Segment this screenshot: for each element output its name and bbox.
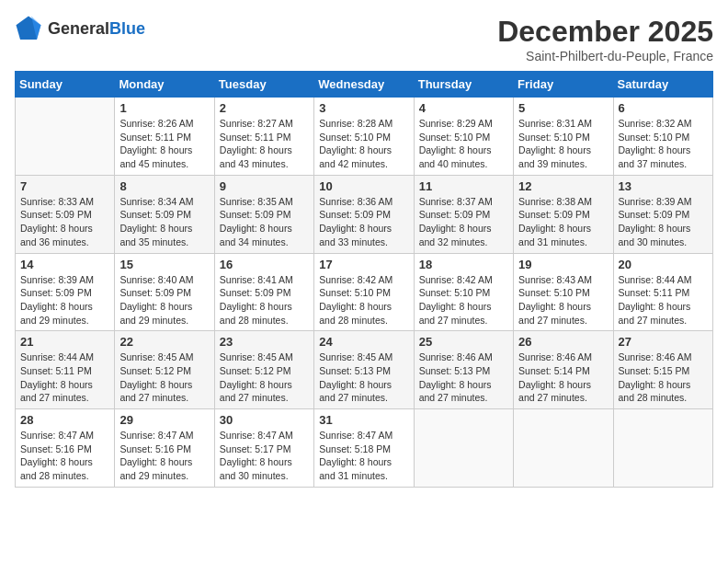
calendar-cell: 30Sunrise: 8:47 AM Sunset: 5:17 PM Dayli… bbox=[214, 409, 313, 488]
day-number: 28 bbox=[20, 413, 109, 427]
day-info: Sunrise: 8:44 AM Sunset: 5:11 PM Dayligh… bbox=[20, 350, 109, 405]
week-row-1: 1Sunrise: 8:26 AM Sunset: 5:11 PM Daylig… bbox=[16, 98, 713, 176]
day-header-sunday: Sunday bbox=[16, 72, 115, 98]
day-header-friday: Friday bbox=[514, 72, 613, 98]
day-number: 30 bbox=[220, 413, 309, 427]
calendar-cell: 11Sunrise: 8:37 AM Sunset: 5:09 PM Dayli… bbox=[414, 175, 513, 253]
day-info: Sunrise: 8:31 AM Sunset: 5:10 PM Dayligh… bbox=[518, 117, 608, 171]
day-number: 20 bbox=[619, 258, 708, 271]
days-header-row: SundayMondayTuesdayWednesdayThursdayFrid… bbox=[16, 72, 713, 98]
day-number: 21 bbox=[20, 335, 109, 349]
logo-icon bbox=[15, 15, 42, 42]
day-number: 22 bbox=[119, 335, 209, 349]
calendar-cell bbox=[16, 98, 115, 176]
calendar-body: 1Sunrise: 8:26 AM Sunset: 5:11 PM Daylig… bbox=[16, 98, 713, 488]
calendar-cell: 3Sunrise: 8:28 AM Sunset: 5:10 PM Daylig… bbox=[314, 98, 414, 176]
calendar-cell bbox=[613, 409, 712, 488]
day-number: 3 bbox=[319, 101, 408, 115]
day-number: 13 bbox=[619, 179, 708, 193]
day-info: Sunrise: 8:43 AM Sunset: 5:10 PM Dayligh… bbox=[518, 273, 608, 327]
day-number: 10 bbox=[319, 179, 408, 193]
calendar-cell: 25Sunrise: 8:46 AM Sunset: 5:13 PM Dayli… bbox=[414, 331, 513, 409]
calendar-cell: 12Sunrise: 8:38 AM Sunset: 5:09 PM Dayli… bbox=[514, 175, 613, 253]
day-number: 29 bbox=[119, 413, 209, 427]
day-info: Sunrise: 8:26 AM Sunset: 5:11 PM Dayligh… bbox=[119, 117, 209, 171]
day-info: Sunrise: 8:45 AM Sunset: 5:13 PM Dayligh… bbox=[319, 350, 408, 405]
day-number: 18 bbox=[419, 258, 508, 271]
day-info: Sunrise: 8:46 AM Sunset: 5:14 PM Dayligh… bbox=[518, 350, 608, 405]
calendar-cell: 6Sunrise: 8:32 AM Sunset: 5:10 PM Daylig… bbox=[613, 98, 712, 176]
calendar-cell: 5Sunrise: 8:31 AM Sunset: 5:10 PM Daylig… bbox=[514, 98, 613, 176]
day-info: Sunrise: 8:38 AM Sunset: 5:09 PM Dayligh… bbox=[518, 195, 608, 249]
week-row-5: 28Sunrise: 8:47 AM Sunset: 5:16 PM Dayli… bbox=[16, 409, 713, 488]
day-number: 1 bbox=[119, 101, 209, 115]
day-info: Sunrise: 8:47 AM Sunset: 5:18 PM Dayligh… bbox=[319, 429, 408, 483]
day-info: Sunrise: 8:35 AM Sunset: 5:09 PM Dayligh… bbox=[220, 195, 309, 249]
day-info: Sunrise: 8:42 AM Sunset: 5:10 PM Dayligh… bbox=[319, 273, 408, 327]
week-row-4: 21Sunrise: 8:44 AM Sunset: 5:11 PM Dayli… bbox=[16, 331, 713, 409]
day-info: Sunrise: 8:47 AM Sunset: 5:17 PM Dayligh… bbox=[220, 429, 309, 483]
day-number: 15 bbox=[119, 258, 209, 271]
calendar-cell bbox=[414, 409, 513, 488]
day-info: Sunrise: 8:39 AM Sunset: 5:09 PM Dayligh… bbox=[20, 273, 109, 327]
day-number: 11 bbox=[419, 179, 508, 193]
calendar-cell: 18Sunrise: 8:42 AM Sunset: 5:10 PM Dayli… bbox=[414, 253, 513, 331]
calendar-cell: 4Sunrise: 8:29 AM Sunset: 5:10 PM Daylig… bbox=[414, 98, 513, 176]
calendar-cell: 16Sunrise: 8:41 AM Sunset: 5:09 PM Dayli… bbox=[214, 253, 313, 331]
day-info: Sunrise: 8:37 AM Sunset: 5:09 PM Dayligh… bbox=[419, 195, 508, 249]
day-number: 5 bbox=[518, 101, 608, 115]
calendar-cell: 10Sunrise: 8:36 AM Sunset: 5:09 PM Dayli… bbox=[314, 175, 414, 253]
calendar-cell: 15Sunrise: 8:40 AM Sunset: 5:09 PM Dayli… bbox=[115, 253, 214, 331]
day-number: 14 bbox=[20, 258, 109, 271]
day-info: Sunrise: 8:29 AM Sunset: 5:10 PM Dayligh… bbox=[419, 117, 508, 171]
day-info: Sunrise: 8:44 AM Sunset: 5:11 PM Dayligh… bbox=[619, 273, 708, 327]
calendar-cell bbox=[514, 409, 613, 488]
day-number: 12 bbox=[518, 179, 608, 193]
calendar-cell: 26Sunrise: 8:46 AM Sunset: 5:14 PM Dayli… bbox=[514, 331, 613, 409]
calendar-cell: 13Sunrise: 8:39 AM Sunset: 5:09 PM Dayli… bbox=[613, 175, 712, 253]
calendar-cell: 23Sunrise: 8:45 AM Sunset: 5:12 PM Dayli… bbox=[214, 331, 313, 409]
calendar-cell: 21Sunrise: 8:44 AM Sunset: 5:11 PM Dayli… bbox=[16, 331, 115, 409]
logo-text: GeneralBlue bbox=[48, 19, 145, 39]
day-number: 8 bbox=[119, 179, 209, 193]
calendar-cell: 22Sunrise: 8:45 AM Sunset: 5:12 PM Dayli… bbox=[115, 331, 214, 409]
day-number: 17 bbox=[319, 258, 408, 271]
day-number: 6 bbox=[619, 101, 708, 115]
day-number: 31 bbox=[319, 413, 408, 427]
location-title: Saint-Philbert-du-Peuple, France bbox=[497, 49, 713, 63]
day-number: 2 bbox=[220, 101, 309, 115]
day-info: Sunrise: 8:39 AM Sunset: 5:09 PM Dayligh… bbox=[619, 195, 708, 249]
calendar-cell: 31Sunrise: 8:47 AM Sunset: 5:18 PM Dayli… bbox=[314, 409, 414, 488]
day-number: 4 bbox=[419, 101, 508, 115]
logo: GeneralBlue bbox=[15, 15, 145, 42]
day-header-monday: Monday bbox=[115, 72, 214, 98]
calendar-cell: 9Sunrise: 8:35 AM Sunset: 5:09 PM Daylig… bbox=[214, 175, 313, 253]
week-row-3: 14Sunrise: 8:39 AM Sunset: 5:09 PM Dayli… bbox=[16, 253, 713, 331]
page-header: GeneralBlue December 2025 Saint-Philbert… bbox=[15, 15, 713, 63]
day-number: 7 bbox=[20, 179, 109, 193]
day-info: Sunrise: 8:47 AM Sunset: 5:16 PM Dayligh… bbox=[119, 429, 209, 483]
logo-general: General bbox=[48, 19, 109, 38]
day-info: Sunrise: 8:46 AM Sunset: 5:15 PM Dayligh… bbox=[619, 350, 708, 405]
day-info: Sunrise: 8:46 AM Sunset: 5:13 PM Dayligh… bbox=[419, 350, 508, 405]
day-number: 26 bbox=[518, 335, 608, 349]
calendar-cell: 17Sunrise: 8:42 AM Sunset: 5:10 PM Dayli… bbox=[314, 253, 414, 331]
calendar-cell: 8Sunrise: 8:34 AM Sunset: 5:09 PM Daylig… bbox=[115, 175, 214, 253]
calendar-cell: 29Sunrise: 8:47 AM Sunset: 5:16 PM Dayli… bbox=[115, 409, 214, 488]
day-info: Sunrise: 8:40 AM Sunset: 5:09 PM Dayligh… bbox=[119, 273, 209, 327]
day-info: Sunrise: 8:34 AM Sunset: 5:09 PM Dayligh… bbox=[119, 195, 209, 249]
title-area: December 2025 Saint-Philbert-du-Peuple, … bbox=[497, 15, 713, 63]
day-info: Sunrise: 8:28 AM Sunset: 5:10 PM Dayligh… bbox=[319, 117, 408, 171]
day-info: Sunrise: 8:27 AM Sunset: 5:11 PM Dayligh… bbox=[220, 117, 309, 171]
calendar-cell: 20Sunrise: 8:44 AM Sunset: 5:11 PM Dayli… bbox=[613, 253, 712, 331]
calendar-cell: 2Sunrise: 8:27 AM Sunset: 5:11 PM Daylig… bbox=[214, 98, 313, 176]
day-number: 27 bbox=[619, 335, 708, 349]
day-header-tuesday: Tuesday bbox=[214, 72, 313, 98]
day-info: Sunrise: 8:45 AM Sunset: 5:12 PM Dayligh… bbox=[119, 350, 209, 405]
calendar-cell: 1Sunrise: 8:26 AM Sunset: 5:11 PM Daylig… bbox=[115, 98, 214, 176]
day-number: 23 bbox=[220, 335, 309, 349]
month-title: December 2025 bbox=[497, 15, 713, 49]
day-info: Sunrise: 8:32 AM Sunset: 5:10 PM Dayligh… bbox=[619, 117, 708, 171]
calendar-cell: 28Sunrise: 8:47 AM Sunset: 5:16 PM Dayli… bbox=[16, 409, 115, 488]
calendar-cell: 24Sunrise: 8:45 AM Sunset: 5:13 PM Dayli… bbox=[314, 331, 414, 409]
